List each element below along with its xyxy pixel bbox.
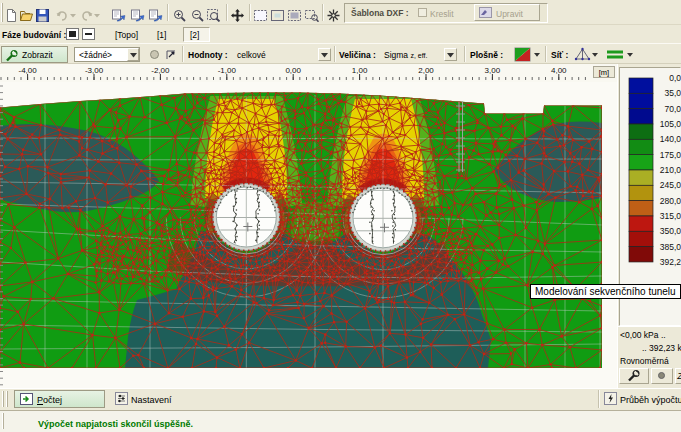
svg-text:315,0: 315,0	[660, 211, 681, 221]
svg-text:210,0: 210,0	[660, 165, 681, 175]
svg-text:0,00: 0,00	[285, 66, 301, 75]
svg-text:385,0: 385,0	[660, 242, 681, 252]
svg-text:4,00: 4,00	[551, 66, 567, 75]
svg-text:-4,00: -4,00	[18, 66, 37, 75]
svg-text:0,0: 0,0	[669, 73, 681, 83]
svg-text:105,0: 105,0	[660, 119, 681, 129]
svg-text:-3,00: -3,00	[85, 66, 104, 75]
svg-text:70,0: 70,0	[664, 104, 681, 114]
svg-text:-2,00: -2,00	[151, 66, 170, 75]
svg-text:1,00: 1,00	[352, 66, 368, 75]
svg-text:2,00: 2,00	[418, 66, 434, 75]
svg-text:392,2: 392,2	[660, 257, 681, 267]
svg-text:245,0: 245,0	[660, 180, 681, 190]
svg-text:350,0: 350,0	[660, 226, 681, 236]
svg-text:35,0: 35,0	[664, 88, 681, 98]
svg-text:140,0: 140,0	[660, 134, 681, 144]
svg-text:175,0: 175,0	[660, 150, 681, 160]
svg-text:3,00: 3,00	[485, 66, 501, 75]
svg-text:-1,00: -1,00	[218, 66, 237, 75]
svg-text:280,0: 280,0	[660, 196, 681, 206]
